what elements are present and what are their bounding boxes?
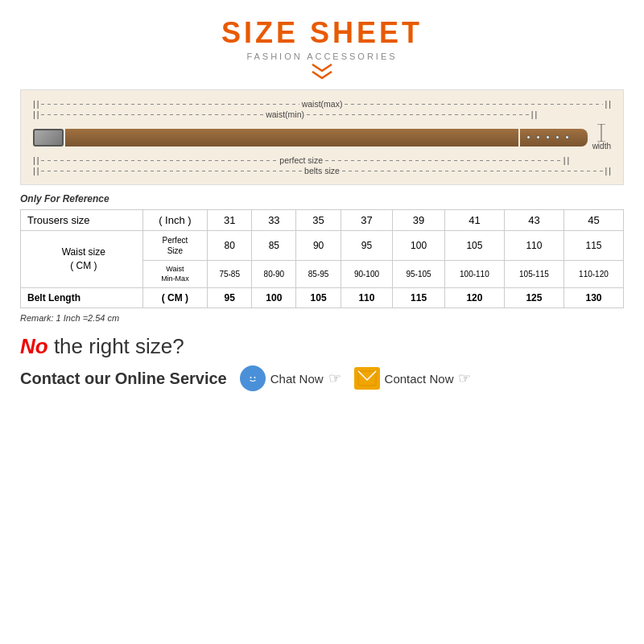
col-trousers-size: Trousers size bbox=[21, 210, 143, 231]
no-rest-text: the right size? bbox=[48, 334, 184, 358]
val-85: 85 bbox=[252, 231, 296, 261]
belt-hole bbox=[546, 135, 550, 139]
bl-95: 95 bbox=[208, 288, 252, 308]
waist-size-label: Waist size( CM ) bbox=[21, 231, 143, 288]
col-37: 37 bbox=[341, 210, 393, 231]
bl-100: 100 bbox=[252, 288, 296, 308]
contact-now-button[interactable]: Contact Now ☞ bbox=[354, 367, 472, 390]
val-75-85: 75-85 bbox=[208, 261, 252, 288]
svg-point-3 bbox=[246, 372, 259, 385]
main-title: SIZE SHEET bbox=[20, 16, 624, 50]
val-80: 80 bbox=[208, 231, 252, 261]
belt-hole bbox=[565, 135, 569, 139]
val-90: 90 bbox=[296, 231, 341, 261]
val-110-120: 110-120 bbox=[564, 261, 623, 288]
bl-130: 130 bbox=[564, 288, 623, 308]
col-43: 43 bbox=[504, 210, 564, 231]
bl-115: 115 bbox=[393, 288, 445, 308]
size-table: Trousers size ( Inch ) 31 33 35 37 39 41… bbox=[20, 209, 624, 308]
val-105: 105 bbox=[444, 231, 504, 261]
title-section: SIZE SHEET FASHION ACCESSORIES bbox=[20, 16, 624, 83]
no-text-red: No bbox=[20, 334, 48, 358]
col-39: 39 bbox=[393, 210, 445, 231]
perfect-size-sub: PerfectSize bbox=[142, 231, 207, 261]
belt-body bbox=[65, 129, 518, 147]
col-35: 35 bbox=[296, 210, 341, 231]
hand-icon-2: ☞ bbox=[458, 369, 471, 387]
belt-graphic: width bbox=[33, 124, 611, 151]
val-115: 115 bbox=[564, 231, 623, 261]
val-100-110: 100-110 bbox=[444, 261, 504, 288]
val-95: 95 bbox=[341, 231, 393, 261]
col-41: 41 bbox=[444, 210, 504, 231]
perfect-size-row: | perfect size | bbox=[33, 155, 611, 165]
remark-text: Remark: 1 Inch =2.54 cm bbox=[20, 313, 624, 323]
waist-max-row: | waist(max) | bbox=[33, 99, 611, 109]
waist-min-row: | waist(min) | bbox=[33, 109, 611, 119]
belt-hole bbox=[555, 135, 559, 139]
chevron-icon bbox=[20, 63, 624, 83]
bl-120: 120 bbox=[444, 288, 504, 308]
contact-label: Contact our Online Service bbox=[20, 369, 227, 388]
belt-diagram: | waist(max) | | waist(min) | bbox=[20, 89, 624, 185]
belts-size-row: | belts size | bbox=[33, 166, 611, 175]
chat-now-button[interactable]: Chat Now ☞ bbox=[240, 365, 341, 391]
svg-point-4 bbox=[250, 377, 251, 378]
chat-icon bbox=[240, 365, 266, 391]
width-label: width bbox=[592, 124, 611, 151]
belt-hole bbox=[536, 135, 540, 139]
val-90-100: 90-100 bbox=[341, 261, 393, 288]
chat-now-label: Chat Now bbox=[270, 372, 324, 386]
val-110: 110 bbox=[504, 231, 564, 261]
svg-point-5 bbox=[254, 377, 255, 378]
table-row-perfect: Waist size( CM ) PerfectSize 80 85 90 95… bbox=[21, 231, 624, 261]
val-85-95: 85-95 bbox=[296, 261, 341, 288]
belt-buckle bbox=[33, 129, 64, 147]
val-95-105: 95-105 bbox=[393, 261, 445, 288]
val-80-90: 80-90 bbox=[252, 261, 296, 288]
col-45: 45 bbox=[564, 210, 623, 231]
reference-note: Only For Reference bbox=[20, 193, 624, 204]
bl-105: 105 bbox=[296, 288, 341, 308]
no-size-section: No the right size? Contact our Online Se… bbox=[20, 334, 624, 391]
col-inch: ( Inch ) bbox=[142, 210, 207, 231]
waist-minmax-sub: WaistMin-Max bbox=[142, 261, 207, 288]
belt-length-unit: ( CM ) bbox=[142, 288, 207, 308]
belt-hole bbox=[526, 135, 530, 139]
mail-icon bbox=[354, 367, 380, 390]
subtitle: FASHION ACCESSORIES bbox=[20, 52, 624, 61]
no-right-size-text: No the right size? bbox=[20, 334, 624, 359]
belt-length-label: Belt Length bbox=[21, 288, 143, 308]
contact-now-label: Contact Now bbox=[385, 372, 454, 386]
col-33: 33 bbox=[252, 210, 296, 231]
hand-icon: ☞ bbox=[328, 369, 341, 387]
col-31: 31 bbox=[208, 210, 252, 231]
bl-110: 110 bbox=[341, 288, 393, 308]
val-100: 100 bbox=[393, 231, 445, 261]
bl-125: 125 bbox=[504, 288, 564, 308]
belt-tip bbox=[576, 129, 588, 147]
val-105-115: 105-115 bbox=[504, 261, 564, 288]
table-header-row: Trousers size ( Inch ) 31 33 35 37 39 41… bbox=[21, 210, 624, 231]
table-row-belt-length: Belt Length ( CM ) 95 100 105 110 115 12… bbox=[21, 288, 624, 308]
belt-holes bbox=[520, 129, 576, 147]
contact-section: Contact our Online Service Chat Now ☞ bbox=[20, 365, 624, 391]
